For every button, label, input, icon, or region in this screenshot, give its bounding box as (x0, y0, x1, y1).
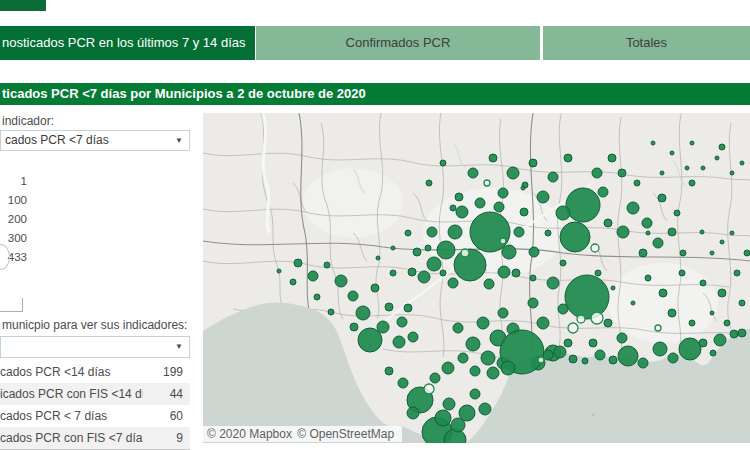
map-bubble[interactable] (538, 357, 544, 363)
osm-attribution-link[interactable]: © OpenStreetMap (297, 427, 394, 441)
map-bubble[interactable] (470, 389, 480, 399)
map-bubble[interactable] (477, 317, 489, 329)
map-bubble[interactable] (489, 154, 497, 162)
map-bubble[interactable] (290, 279, 296, 285)
map-bubble[interactable] (324, 262, 330, 268)
map-bubble[interactable] (598, 187, 608, 197)
map-bubble[interactable] (577, 315, 585, 323)
map-bubble[interactable] (537, 317, 549, 329)
map-bubble[interactable] (670, 151, 674, 155)
map-bubble[interactable] (277, 269, 281, 273)
map-bubble[interactable] (679, 338, 701, 360)
map-bubble[interactable] (468, 168, 478, 178)
map-bubble[interactable] (554, 346, 566, 358)
map-bubble[interactable] (638, 358, 648, 368)
map-bubble[interactable] (514, 227, 524, 237)
map-bubble[interactable] (660, 171, 664, 175)
table-row[interactable]: cados PCR con FIS <7 días 9 (0, 427, 190, 449)
map-bubble[interactable] (569, 355, 577, 363)
map-bubble[interactable] (512, 269, 520, 277)
tab-confirmados-pcr[interactable]: Confirmados PCR (256, 26, 540, 60)
table-row[interactable]: cados PCR <14 días 199 (0, 361, 190, 383)
map-bubble[interactable] (427, 257, 441, 271)
map-bubble[interactable] (487, 367, 499, 379)
map-bubble[interactable] (529, 159, 537, 167)
map-bubble[interactable] (391, 246, 395, 250)
map-bubble[interactable] (566, 188, 600, 222)
map-bubble[interactable] (484, 180, 490, 186)
map-bubble[interactable] (558, 304, 568, 314)
map-bubble[interactable] (484, 279, 494, 289)
map-bubble[interactable] (451, 418, 465, 432)
map-bubble[interactable] (418, 271, 430, 283)
map-bubble[interactable] (548, 172, 558, 182)
map-bubble[interactable] (448, 278, 458, 288)
map-bubble[interactable] (350, 323, 358, 331)
map-bubble[interactable] (604, 319, 612, 327)
map-bubble[interactable] (443, 398, 455, 410)
map-bubble[interactable] (565, 275, 609, 319)
map-bubble[interactable] (500, 238, 506, 244)
mapbox-attribution-link[interactable]: © 2020 Mapbox (207, 427, 292, 441)
map-bubble[interactable] (424, 384, 434, 394)
map-bubble[interactable] (744, 250, 750, 256)
map-bubble[interactable] (679, 270, 685, 276)
map-bubble[interactable] (498, 188, 508, 198)
map-bubble[interactable] (448, 225, 462, 239)
map-bubble[interactable] (668, 309, 676, 317)
map-bubble[interactable] (455, 193, 463, 201)
map-bubble[interactable] (611, 286, 615, 290)
map-bubble[interactable] (501, 361, 515, 375)
map-bubble[interactable] (591, 312, 603, 324)
map-bubble[interactable] (564, 154, 572, 162)
map-bubble[interactable] (645, 275, 651, 281)
table-row[interactable]: icados PCR con FIS <14 días 44 (0, 383, 190, 405)
map-bubble[interactable] (710, 251, 714, 255)
map-bubble[interactable] (520, 208, 528, 216)
map-bubble[interactable] (631, 301, 635, 305)
map-bubble[interactable] (440, 160, 446, 166)
map-bubble[interactable] (627, 202, 639, 214)
map-bubble[interactable] (430, 373, 440, 383)
table-row[interactable]: cados PCR < 7 días 60 (0, 405, 190, 427)
map-bubble[interactable] (658, 194, 666, 202)
map-bubble[interactable] (680, 250, 686, 256)
map-bubble[interactable] (461, 249, 469, 257)
map-bubble[interactable] (710, 311, 714, 315)
map-bubble[interactable] (674, 210, 680, 216)
map-bubble[interactable] (543, 350, 553, 360)
map-bubble[interactable] (385, 367, 393, 375)
map-bubble[interactable] (545, 230, 551, 236)
map-bubble[interactable] (314, 294, 320, 300)
map-bubble[interactable] (328, 309, 334, 315)
map-bubble[interactable] (653, 342, 667, 356)
map-bubble[interactable] (377, 321, 389, 333)
map-bubble[interactable] (398, 378, 408, 388)
map-bubble[interactable] (609, 356, 617, 364)
map-bubble[interactable] (498, 266, 510, 278)
map-bubble[interactable] (442, 362, 454, 374)
map-bubble[interactable] (617, 333, 627, 343)
map-bubble[interactable] (358, 328, 382, 352)
map-bubble[interactable] (335, 275, 347, 287)
map-bubble[interactable] (634, 180, 640, 186)
map-bubble[interactable] (494, 202, 504, 212)
map-bubble[interactable] (595, 270, 601, 276)
map-bubble[interactable] (393, 336, 405, 348)
map-bubble[interactable] (425, 245, 431, 251)
map-bubble[interactable] (730, 231, 734, 235)
map-bubble[interactable] (308, 271, 318, 281)
map-bubble[interactable] (604, 219, 612, 227)
map-bubble[interactable] (700, 280, 706, 286)
map-bubble[interactable] (642, 218, 652, 228)
map-bubble[interactable] (453, 323, 463, 333)
map-bubble[interactable] (556, 206, 570, 220)
map-bubble[interactable] (653, 238, 663, 248)
map-bubble[interactable] (376, 256, 380, 260)
map-bubble[interactable] (689, 180, 695, 186)
map-bubble[interactable] (608, 154, 616, 162)
map-bubble[interactable] (385, 303, 393, 311)
map-bubble[interactable] (454, 249, 486, 281)
map-bubble[interactable] (618, 346, 638, 366)
map-bubble[interactable] (699, 339, 707, 347)
